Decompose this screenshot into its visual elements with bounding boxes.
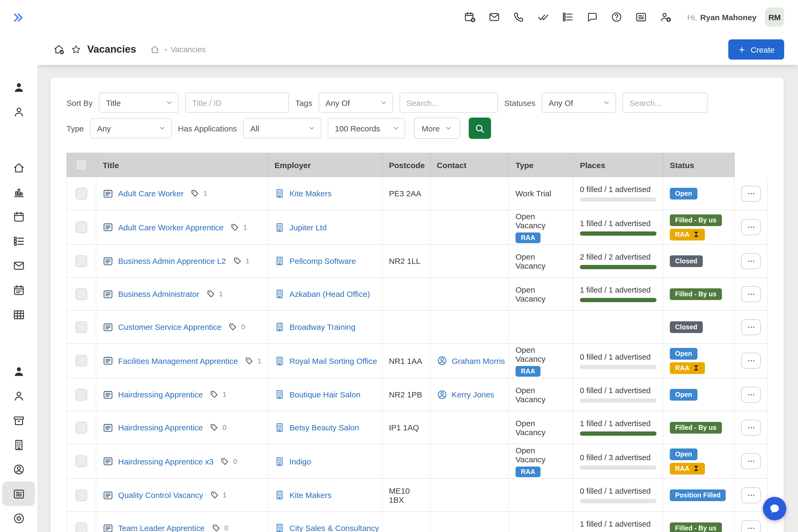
tags-search-input[interactable]	[400, 93, 498, 113]
sidebar-item-user[interactable]	[2, 359, 35, 384]
row-checkbox[interactable]	[76, 221, 87, 233]
tag-count: 1	[223, 491, 227, 499]
employer-link[interactable]: City Sales & Consultancy	[289, 524, 379, 532]
chat-icon[interactable]	[586, 11, 598, 23]
row-actions-button[interactable]	[741, 286, 761, 302]
sidebar-item-home[interactable]	[2, 155, 35, 180]
vacancy-title-link[interactable]: Adult Care Worker Apprentice	[118, 223, 224, 232]
tasks-icon[interactable]	[562, 11, 573, 23]
column-header-status[interactable]: Status	[663, 153, 735, 177]
row-actions-button[interactable]	[741, 219, 761, 235]
employer-link[interactable]: Kite Makers	[289, 491, 331, 499]
row-actions-button[interactable]	[741, 319, 761, 335]
vacancy-title-link[interactable]: Facilities Management Apprentice	[118, 356, 238, 365]
row-checkbox[interactable]	[76, 522, 87, 532]
column-header-contact[interactable]: Contact	[431, 153, 509, 177]
home-check-icon[interactable]	[53, 44, 65, 55]
sidebar-item-user-outline[interactable]	[2, 99, 35, 124]
row-checkbox[interactable]	[76, 288, 87, 300]
phone-icon[interactable]	[513, 11, 525, 23]
row-checkbox[interactable]	[76, 388, 87, 400]
breadcrumb-home-icon[interactable]	[150, 45, 159, 54]
employer-link[interactable]: Betsy Beauty Salon	[289, 423, 359, 432]
vacancy-title-link[interactable]: Hairdressing Apprentice	[118, 423, 203, 432]
vacancy-title-link[interactable]: Business Admin Apprentice L2	[118, 256, 226, 265]
employer-link[interactable]: Jupiter Ltd	[289, 223, 327, 232]
employer-link[interactable]: Broadway Training	[289, 322, 355, 331]
vacancy-title-link[interactable]: Customer Service Apprentice	[118, 322, 222, 331]
mail-icon[interactable]	[488, 11, 500, 23]
row-actions-button[interactable]	[741, 419, 761, 435]
user-avatar[interactable]: RM	[765, 7, 784, 26]
type-select[interactable]: Any	[90, 118, 172, 138]
vacancy-title-link[interactable]: Hairdressing Apprentice	[118, 390, 203, 399]
row-checkbox[interactable]	[76, 422, 87, 433]
title-id-input[interactable]	[185, 93, 289, 113]
row-checkbox[interactable]	[76, 455, 87, 467]
sidebar-expand-icon[interactable]	[12, 11, 24, 24]
vacancy-title-link[interactable]: Team Leader Apprentice	[118, 524, 205, 532]
employer-link[interactable]: Royal Mail Sorting Office	[289, 356, 377, 365]
vacancy-title-link[interactable]: Quality Control Vacancy	[118, 491, 203, 499]
row-actions-button[interactable]	[741, 253, 761, 269]
row-actions-button[interactable]	[741, 386, 761, 402]
records-select[interactable]: 100 Records	[328, 118, 406, 138]
favorite-star-icon[interactable]	[71, 44, 81, 55]
employer-link[interactable]: Azkaban (Head Office)	[289, 289, 370, 299]
tag-count: 0	[223, 423, 226, 432]
tags-select[interactable]: Any Of	[319, 93, 393, 113]
sidebar-item-person-circle[interactable]	[2, 457, 35, 481]
more-filters-button[interactable]: More	[414, 118, 460, 139]
statuses-search-input[interactable]	[623, 93, 708, 113]
person-add-icon[interactable]	[660, 11, 671, 23]
sidebar-item-box[interactable]	[2, 408, 35, 433]
has-applications-select[interactable]: All	[243, 118, 322, 138]
chat-launcher-button[interactable]	[763, 497, 786, 520]
employer-link[interactable]: Boutique Hair Salon	[289, 390, 360, 399]
column-header-employer[interactable]: Employer	[268, 153, 382, 177]
select-all-checkbox[interactable]	[76, 159, 87, 171]
row-checkbox[interactable]	[76, 188, 87, 199]
sidebar-item-building[interactable]	[2, 433, 35, 457]
sidebar-item-news[interactable]	[2, 481, 35, 506]
sort-by-select[interactable]: Title	[99, 93, 179, 113]
row-actions-button[interactable]	[741, 185, 761, 201]
row-actions-button[interactable]	[741, 487, 761, 503]
row-checkbox[interactable]	[76, 255, 87, 267]
double-check-icon[interactable]	[537, 11, 549, 23]
sidebar-item-calendar[interactable]	[2, 204, 35, 229]
column-header-places[interactable]: Places	[573, 153, 663, 177]
column-header-postcode[interactable]: Postcode	[382, 153, 431, 177]
sidebar-item-disc[interactable]	[2, 506, 35, 530]
row-checkbox[interactable]	[76, 489, 87, 501]
statuses-select[interactable]: Any Of	[542, 93, 616, 113]
employer-link[interactable]: Indigo	[289, 457, 311, 466]
create-button[interactable]: Create	[728, 39, 784, 60]
sidebar-item-calendar-alt[interactable]	[2, 278, 35, 302]
sidebar-item-stats[interactable]	[2, 180, 35, 204]
row-checkbox[interactable]	[76, 355, 87, 366]
sidebar-item-tasks[interactable]	[2, 229, 35, 253]
column-header-type[interactable]: Type	[509, 153, 573, 177]
sidebar-item-user[interactable]	[2, 75, 35, 99]
sidebar-item-mail[interactable]	[2, 253, 35, 278]
row-actions-button[interactable]	[741, 453, 761, 469]
vacancy-title-link[interactable]: Hairdressing Apprentice x3	[118, 457, 214, 466]
vacancy-title-link[interactable]: Adult Care Worker	[118, 189, 184, 198]
contact-link[interactable]: Graham Morris	[452, 356, 505, 365]
calendar-add-icon[interactable]	[464, 11, 476, 23]
row-actions-button[interactable]	[741, 520, 761, 532]
sidebar-item-user-outline[interactable]	[2, 384, 35, 408]
row-checkbox[interactable]	[76, 321, 87, 333]
help-icon[interactable]	[611, 11, 623, 23]
user-icon	[13, 81, 25, 93]
row-actions-button[interactable]	[741, 353, 761, 369]
news-icon[interactable]	[635, 11, 647, 23]
sidebar-item-grid[interactable]	[2, 302, 35, 327]
contact-link[interactable]: Kerry Jones	[452, 390, 494, 399]
column-header-title[interactable]: Title	[96, 153, 268, 177]
search-button[interactable]	[469, 118, 491, 139]
employer-link[interactable]: Kite Makers	[289, 189, 331, 198]
vacancy-title-link[interactable]: Business Administrator	[118, 289, 199, 299]
employer-link[interactable]: Pellcomp Software	[289, 256, 356, 265]
